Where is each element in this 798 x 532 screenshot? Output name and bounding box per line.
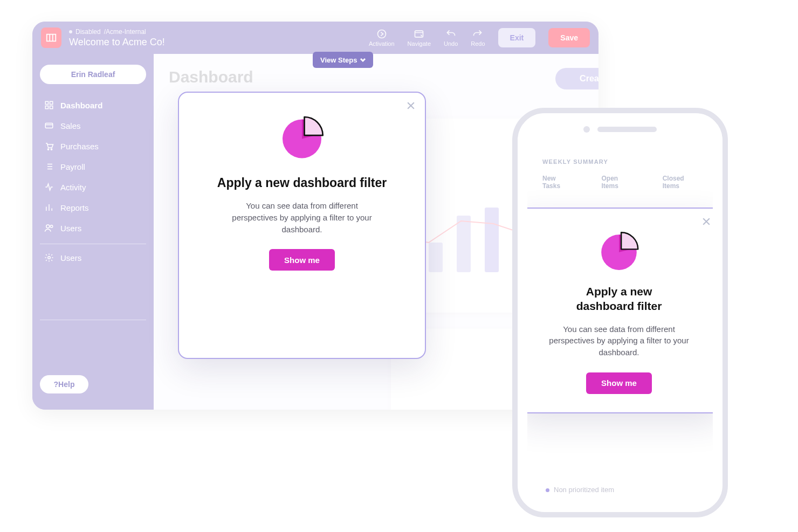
list-icon: [44, 162, 54, 171]
svg-point-8: [51, 149, 52, 150]
show-me-button[interactable]: Show me: [586, 372, 652, 394]
redo-button[interactable]: Redo: [471, 29, 485, 47]
svg-rect-3: [50, 101, 53, 104]
sidebar-item-label: Dashboard: [60, 101, 102, 110]
pulse-icon: [44, 182, 54, 192]
topbar: Disabled /Acme-Internal Welcome to Acme …: [32, 22, 598, 54]
bars-icon: [44, 203, 54, 212]
grid-icon: [44, 100, 54, 110]
phone-stats: New Tasks Open Items Closed Items: [527, 165, 713, 190]
sidebar: Erin Radleaf Dashboard Sales Purchases: [32, 54, 154, 410]
pie-icon: [597, 228, 641, 272]
sidebar-nav: Dashboard Sales Purchases Payroll: [40, 95, 146, 238]
create-button[interactable]: Create: [555, 68, 598, 89]
status-label: Disabled: [75, 28, 101, 36]
stat-new-tasks: New Tasks: [542, 175, 571, 190]
modal-body: You can see data from different perspect…: [226, 200, 377, 235]
sidebar-item-label: Sales: [60, 121, 81, 130]
sidebar-item-label: Users: [60, 253, 81, 262]
view-steps-button[interactable]: View Steps: [313, 52, 373, 68]
svg-point-9: [46, 225, 50, 228]
modal-title: Apply a new dashboard filter: [195, 176, 409, 190]
chevron-down-icon: [360, 57, 366, 63]
sidebar-item-payroll[interactable]: Payroll: [40, 156, 146, 177]
sidebar-item-label: Activity: [60, 183, 86, 192]
onboarding-modal-mobile: Apply a new dashboard filter You can see…: [527, 208, 713, 413]
close-button[interactable]: [701, 216, 712, 229]
sidebar-item-sales[interactable]: Sales: [40, 115, 146, 136]
page-header-title: Welcome to Acme Co!: [69, 37, 165, 48]
modal-title: Apply a new dashboard filter: [557, 284, 681, 314]
users-icon: [44, 223, 54, 233]
phone-mock: WEEKLY SUMMARY New Tasks Open Items Clos…: [512, 108, 728, 517]
breadcrumb: Disabled /Acme-Internal: [69, 28, 165, 36]
sidebar-item-label: Users: [60, 224, 81, 233]
stat-closed-items: Closed Items: [663, 175, 698, 190]
navigate-button[interactable]: Navigate: [408, 29, 431, 47]
undo-button[interactable]: Undo: [444, 29, 458, 47]
card-icon: [44, 121, 54, 130]
save-button[interactable]: Save: [548, 28, 590, 47]
help-button[interactable]: Help: [40, 375, 88, 393]
sidebar-item-label: Reports: [60, 203, 89, 212]
stat-open-items: Open Items: [601, 175, 632, 190]
non-prioritized-item: Non prioritized item: [546, 486, 614, 494]
activation-button[interactable]: Activation: [369, 29, 395, 47]
cart-icon: [44, 141, 54, 151]
pie-icon: [278, 112, 326, 161]
show-me-button[interactable]: Show me: [269, 249, 335, 271]
sidebar-divider: [40, 244, 146, 244]
sidebar-item-activity[interactable]: Activity: [40, 177, 146, 197]
svg-rect-4: [45, 106, 48, 109]
close-icon: [405, 100, 416, 111]
close-icon: [701, 216, 712, 227]
sidebar-item-purchases[interactable]: Purchases: [40, 136, 146, 156]
svg-point-11: [48, 257, 51, 259]
svg-point-10: [50, 225, 53, 228]
sidebar-item-dashboard[interactable]: Dashboard: [40, 95, 146, 115]
exit-button[interactable]: Exit: [498, 28, 536, 47]
svg-rect-5: [50, 106, 53, 109]
page-title: Dashboard: [169, 68, 583, 86]
modal-body: You can see data from different perspect…: [544, 323, 694, 358]
sidebar-item-reports[interactable]: Reports: [40, 197, 146, 218]
sidebar-divider: [40, 320, 146, 320]
svg-rect-6: [45, 123, 53, 128]
svg-rect-2: [45, 101, 48, 104]
sidebar-item-users[interactable]: Users: [40, 218, 146, 238]
sidebar-item-label: Purchases: [60, 142, 99, 151]
user-chip[interactable]: Erin Radleaf: [40, 65, 146, 84]
gear-icon: [44, 253, 54, 262]
breadcrumb-path: /Acme-Internal: [104, 28, 146, 36]
svg-point-7: [47, 149, 49, 150]
svg-point-0: [377, 30, 386, 38]
phone-section-title: WEEKLY SUMMARY: [527, 124, 713, 165]
sidebar-item-users-settings[interactable]: Users: [40, 247, 146, 268]
close-button[interactable]: [405, 100, 416, 113]
app-logo: [41, 27, 61, 48]
onboarding-modal: Apply a new dashboard filter You can see…: [178, 92, 426, 359]
sidebar-item-label: Payroll: [60, 162, 85, 171]
